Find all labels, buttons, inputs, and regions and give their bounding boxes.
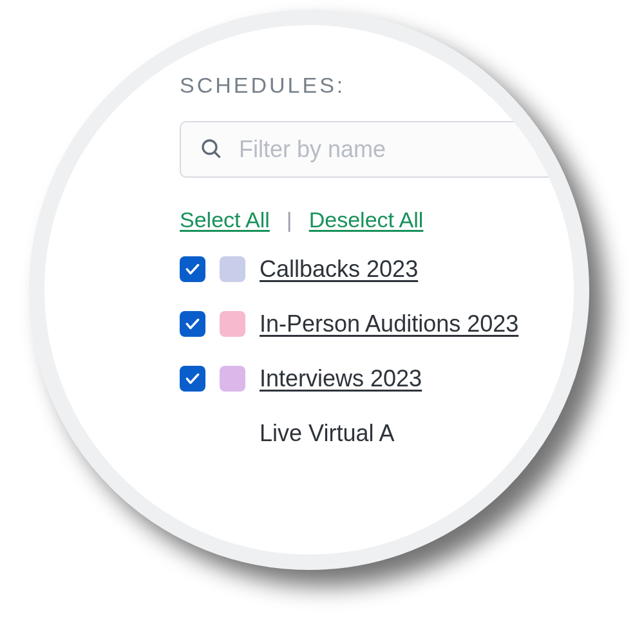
filter-input-wrapper[interactable] <box>180 121 589 178</box>
list-item: Callbacks 2023 <box>180 254 574 283</box>
select-actions: Select All | Deselect All <box>180 207 574 232</box>
svg-line-1 <box>214 152 220 157</box>
section-title: SCHEDULES: <box>180 73 574 98</box>
schedule-list: Callbacks 2023 In-Person Auditions 2023 <box>180 254 574 448</box>
schedules-panel: SCHEDULES: Select All | Deselect All <box>44 25 574 448</box>
select-all-link[interactable]: Select All <box>180 207 270 232</box>
checkbox[interactable] <box>180 256 205 282</box>
checkbox[interactable] <box>180 311 205 337</box>
list-item-partial: Live Virtual A <box>180 419 574 448</box>
schedule-link[interactable]: Callbacks 2023 <box>260 254 418 283</box>
deselect-all-link[interactable]: Deselect All <box>309 207 424 232</box>
list-item: Interviews 2023 <box>180 364 574 393</box>
list-item: In-Person Auditions 2023 <box>180 309 574 338</box>
zoom-lens: SCHEDULES: Select All | Deselect All <box>29 10 589 570</box>
schedule-link[interactable]: Interviews 2023 <box>260 364 422 393</box>
checkbox[interactable] <box>180 366 205 392</box>
color-swatch <box>220 366 245 392</box>
search-icon <box>199 137 222 162</box>
action-separator: | <box>287 207 292 232</box>
schedule-link-partial[interactable]: Live Virtual A <box>260 419 394 448</box>
color-swatch <box>220 256 245 282</box>
color-swatch <box>220 311 245 337</box>
filter-input[interactable] <box>238 135 573 164</box>
schedule-link[interactable]: In-Person Auditions 2023 <box>260 309 518 338</box>
